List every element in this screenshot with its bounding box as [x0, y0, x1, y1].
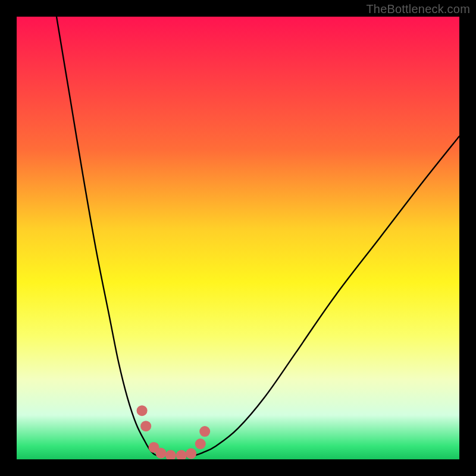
- trough-markers: [137, 405, 211, 459]
- trough-marker: [195, 439, 206, 449]
- trough-marker: [140, 421, 151, 431]
- trough-marker: [137, 405, 148, 416]
- series-left-arm: [57, 17, 158, 456]
- trough-marker: [199, 426, 210, 437]
- trough-marker: [186, 448, 196, 459]
- plot-area: [17, 17, 459, 459]
- watermark-text: TheBottleneck.com: [366, 2, 470, 16]
- trough-marker: [176, 450, 187, 459]
- series-right-arm: [194, 136, 459, 456]
- trough-marker: [165, 450, 176, 459]
- trough-marker: [156, 448, 167, 459]
- chart-frame: TheBottleneck.com: [0, 0, 476, 476]
- chart-svg: [17, 17, 459, 459]
